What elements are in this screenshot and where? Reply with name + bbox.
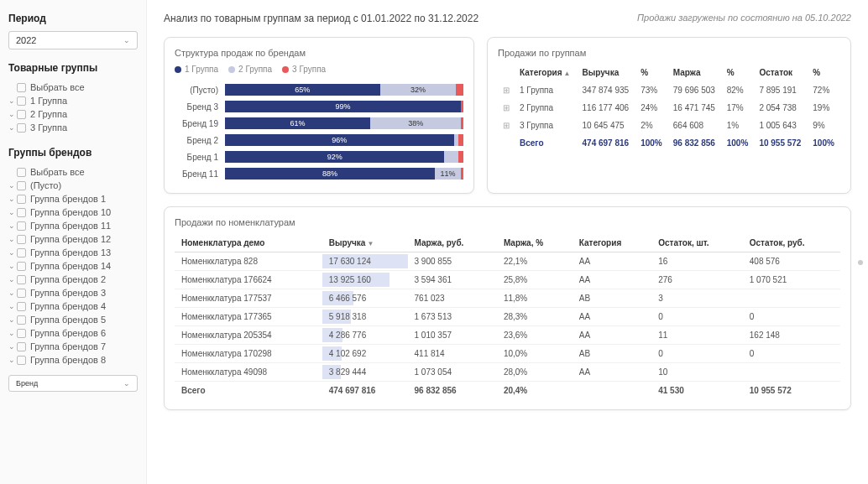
col-header[interactable]: Выручка▼: [322, 234, 408, 252]
chart-bar[interactable]: Бренд 192%: [175, 149, 463, 164]
chart-bar[interactable]: Бренд 1961%38%: [175, 116, 463, 131]
table-row[interactable]: ⊞2 Группа116 177 40624%16 471 74517%2 05…: [498, 99, 840, 117]
table-row[interactable]: Номенкклатура 490983 829 4441 073 05428,…: [175, 363, 840, 382]
col-header[interactable]: Выручка: [578, 65, 636, 81]
brands-chart-card: Структура продаж по брендам 1 Группа 2 Г…: [164, 37, 474, 194]
col-header[interactable]: %: [635, 65, 668, 81]
table-row[interactable]: Номенкклатура 2053544 286 7761 010 35723…: [175, 326, 840, 345]
col-header[interactable]: Маржа, руб.: [408, 234, 497, 252]
brand-select[interactable]: Бренд ⌄: [8, 375, 138, 392]
table-row[interactable]: Номенкклатура 1773655 918 3181 673 51328…: [175, 308, 840, 326]
table-row[interactable]: ⊞1 Группа347 874 93573%79 696 50382%7 89…: [498, 81, 840, 100]
brand-item[interactable]: ⌄Группа брендов 7: [8, 340, 138, 353]
chevron-down-icon: ⌄: [123, 36, 130, 44]
brand-item[interactable]: ⌄Группа брендов 4: [8, 299, 138, 313]
chart-bar[interactable]: Бренд 399%: [175, 99, 463, 114]
groups-label: Товарные группы: [8, 62, 138, 74]
col-header[interactable]: Остаток, шт.: [651, 234, 743, 252]
group-item[interactable]: ⌄3 Группа: [8, 121, 138, 134]
col-header[interactable]: Категория▲: [515, 65, 578, 81]
col-header[interactable]: Номенклатура демо: [175, 234, 322, 252]
groups-table-card: Продажи по группам Категория▲Выручка%Мар…: [487, 37, 851, 194]
total-row: Всего474 697 816100%96 832 856100%10 955…: [498, 134, 840, 152]
brand-item[interactable]: ⌄Группа брендов 5: [8, 313, 138, 326]
scroll-indicator[interactable]: [858, 260, 863, 265]
brand-item[interactable]: ⌄Группа брендов 12: [8, 232, 138, 246]
sidebar: Период 2022 ⌄ Товарные группы Выбрать вс…: [0, 0, 147, 484]
col-header[interactable]: Маржа: [668, 65, 722, 81]
select-all-groups[interactable]: Выбрать все: [8, 81, 138, 94]
brand-item[interactable]: ⌄Группа брендов 1: [8, 192, 138, 206]
period-value: 2022: [16, 35, 36, 45]
group-item[interactable]: ⌄2 Группа: [8, 107, 138, 121]
col-header[interactable]: Остаток: [754, 65, 808, 81]
table-row[interactable]: ⊞3 Группа10 645 4752%664 6081%1 005 6439…: [498, 117, 840, 134]
chart-bar[interactable]: (Пусто)65%32%: [175, 82, 463, 97]
loaded-status: Продажи загружены по состоянию на 05.10.…: [637, 13, 851, 24]
legend-item[interactable]: 1 Группа: [175, 65, 218, 74]
table-row[interactable]: Номенкклатура 1775376 466 576761 02311,8…: [175, 289, 840, 308]
table-row[interactable]: Номенкклатура 82817 630 1243 900 85522,1…: [175, 252, 840, 271]
legend-item[interactable]: 2 Группа: [228, 65, 272, 74]
table-row[interactable]: Номенкклатура 17662413 925 1603 594 3612…: [175, 271, 840, 289]
chevron-down-icon: ⌄: [123, 379, 130, 388]
group-item[interactable]: ⌄1 Группа: [8, 94, 138, 107]
nom-title: Продажи по номенклатурам: [175, 217, 840, 227]
main-content: Анализ по товарным группам за период с 0…: [147, 0, 868, 484]
brand-item[interactable]: ⌄Группа брендов 8: [8, 353, 138, 367]
brand-item[interactable]: ⌄Группа брендов 3: [8, 286, 138, 299]
groups-table: Категория▲Выручка%Маржа%Остаток% ⊞1 Груп…: [498, 65, 840, 152]
col-header[interactable]: Остаток, руб.: [743, 234, 840, 252]
chart-bar[interactable]: Бренд 1188%11%: [175, 166, 463, 181]
col-header[interactable]: Категория: [573, 234, 651, 252]
legend-item[interactable]: 3 Группа: [282, 65, 326, 74]
page-title: Анализ по товарным группам за период с 0…: [164, 13, 478, 24]
brand-item[interactable]: ⌄Группа брендов 10: [8, 206, 138, 219]
chart-title: Структура продаж по брендам: [175, 48, 463, 58]
col-header[interactable]: Маржа, %: [497, 234, 573, 252]
brand-item[interactable]: ⌄Группа брендов 13: [8, 246, 138, 259]
chart-bar[interactable]: Бренд 296%: [175, 133, 463, 148]
period-select[interactable]: 2022 ⌄: [8, 31, 138, 49]
brand-item[interactable]: ⌄Группа брендов 14: [8, 259, 138, 273]
brand-item[interactable]: ⌄(Пусто): [8, 179, 138, 192]
brand-item[interactable]: ⌄Группа брендов 2: [8, 273, 138, 286]
total-row: Всего474 697 81696 832 85620,4%41 53010 …: [175, 382, 840, 400]
col-header[interactable]: %: [722, 65, 755, 81]
brands-label: Группы брендов: [8, 147, 138, 159]
nomenclature-card: Продажи по номенклатурам Номенклатура де…: [164, 206, 851, 410]
groups-title: Продажи по группам: [498, 48, 840, 58]
period-label: Период: [8, 13, 138, 24]
brand-item[interactable]: ⌄Группа брендов 6: [8, 326, 138, 340]
select-all-brands[interactable]: Выбрать все: [8, 165, 138, 179]
table-row[interactable]: Номенкклатура 1702984 102 692411 81410,0…: [175, 345, 840, 363]
col-header[interactable]: %: [808, 65, 840, 81]
brand-item[interactable]: ⌄Группа брендов 11: [8, 219, 138, 232]
chart-legend: 1 Группа 2 Группа 3 Группа: [175, 65, 463, 74]
nomenclature-table: Номенклатура демоВыручка▼Маржа, руб.Марж…: [175, 234, 840, 399]
